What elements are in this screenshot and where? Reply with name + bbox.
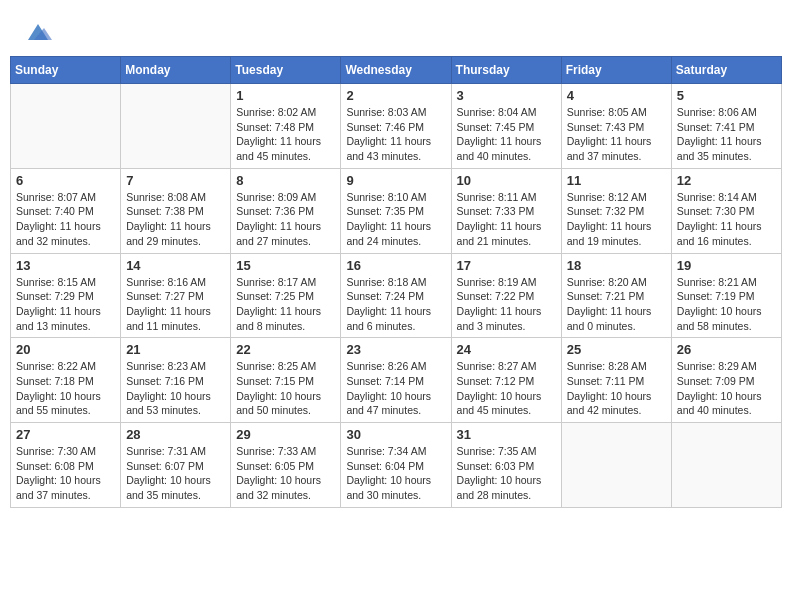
calendar-cell: 23Sunrise: 8:26 AM Sunset: 7:14 PM Dayli… bbox=[341, 338, 451, 423]
day-info: Sunrise: 8:17 AM Sunset: 7:25 PM Dayligh… bbox=[236, 275, 335, 334]
calendar-cell: 17Sunrise: 8:19 AM Sunset: 7:22 PM Dayli… bbox=[451, 253, 561, 338]
calendar-cell: 2Sunrise: 8:03 AM Sunset: 7:46 PM Daylig… bbox=[341, 84, 451, 169]
day-info: Sunrise: 8:25 AM Sunset: 7:15 PM Dayligh… bbox=[236, 359, 335, 418]
day-number: 23 bbox=[346, 342, 445, 357]
day-number: 6 bbox=[16, 173, 115, 188]
day-number: 18 bbox=[567, 258, 666, 273]
calendar-week-1: 1Sunrise: 8:02 AM Sunset: 7:48 PM Daylig… bbox=[11, 84, 782, 169]
calendar-cell: 11Sunrise: 8:12 AM Sunset: 7:32 PM Dayli… bbox=[561, 168, 671, 253]
calendar-header-row: SundayMondayTuesdayWednesdayThursdayFrid… bbox=[11, 57, 782, 84]
day-header-monday: Monday bbox=[121, 57, 231, 84]
day-header-saturday: Saturday bbox=[671, 57, 781, 84]
day-number: 24 bbox=[457, 342, 556, 357]
calendar-cell: 14Sunrise: 8:16 AM Sunset: 7:27 PM Dayli… bbox=[121, 253, 231, 338]
calendar-cell: 13Sunrise: 8:15 AM Sunset: 7:29 PM Dayli… bbox=[11, 253, 121, 338]
calendar-week-4: 20Sunrise: 8:22 AM Sunset: 7:18 PM Dayli… bbox=[11, 338, 782, 423]
day-number: 15 bbox=[236, 258, 335, 273]
day-header-wednesday: Wednesday bbox=[341, 57, 451, 84]
day-info: Sunrise: 8:05 AM Sunset: 7:43 PM Dayligh… bbox=[567, 105, 666, 164]
day-info: Sunrise: 8:03 AM Sunset: 7:46 PM Dayligh… bbox=[346, 105, 445, 164]
calendar-cell: 5Sunrise: 8:06 AM Sunset: 7:41 PM Daylig… bbox=[671, 84, 781, 169]
calendar-week-3: 13Sunrise: 8:15 AM Sunset: 7:29 PM Dayli… bbox=[11, 253, 782, 338]
day-info: Sunrise: 7:33 AM Sunset: 6:05 PM Dayligh… bbox=[236, 444, 335, 503]
day-info: Sunrise: 8:12 AM Sunset: 7:32 PM Dayligh… bbox=[567, 190, 666, 249]
day-number: 12 bbox=[677, 173, 776, 188]
calendar-cell: 10Sunrise: 8:11 AM Sunset: 7:33 PM Dayli… bbox=[451, 168, 561, 253]
calendar-cell: 6Sunrise: 8:07 AM Sunset: 7:40 PM Daylig… bbox=[11, 168, 121, 253]
calendar-cell: 30Sunrise: 7:34 AM Sunset: 6:04 PM Dayli… bbox=[341, 423, 451, 508]
day-info: Sunrise: 7:34 AM Sunset: 6:04 PM Dayligh… bbox=[346, 444, 445, 503]
calendar-cell bbox=[671, 423, 781, 508]
day-info: Sunrise: 7:35 AM Sunset: 6:03 PM Dayligh… bbox=[457, 444, 556, 503]
day-number: 3 bbox=[457, 88, 556, 103]
day-info: Sunrise: 7:31 AM Sunset: 6:07 PM Dayligh… bbox=[126, 444, 225, 503]
day-info: Sunrise: 8:07 AM Sunset: 7:40 PM Dayligh… bbox=[16, 190, 115, 249]
day-number: 10 bbox=[457, 173, 556, 188]
day-info: Sunrise: 8:08 AM Sunset: 7:38 PM Dayligh… bbox=[126, 190, 225, 249]
calendar-cell: 3Sunrise: 8:04 AM Sunset: 7:45 PM Daylig… bbox=[451, 84, 561, 169]
page-header bbox=[10, 10, 782, 50]
calendar-cell: 27Sunrise: 7:30 AM Sunset: 6:08 PM Dayli… bbox=[11, 423, 121, 508]
calendar-cell: 4Sunrise: 8:05 AM Sunset: 7:43 PM Daylig… bbox=[561, 84, 671, 169]
day-info: Sunrise: 8:28 AM Sunset: 7:11 PM Dayligh… bbox=[567, 359, 666, 418]
calendar-cell: 29Sunrise: 7:33 AM Sunset: 6:05 PM Dayli… bbox=[231, 423, 341, 508]
day-info: Sunrise: 8:29 AM Sunset: 7:09 PM Dayligh… bbox=[677, 359, 776, 418]
calendar-cell: 21Sunrise: 8:23 AM Sunset: 7:16 PM Dayli… bbox=[121, 338, 231, 423]
day-header-friday: Friday bbox=[561, 57, 671, 84]
calendar-cell bbox=[121, 84, 231, 169]
day-number: 29 bbox=[236, 427, 335, 442]
day-header-tuesday: Tuesday bbox=[231, 57, 341, 84]
day-info: Sunrise: 8:16 AM Sunset: 7:27 PM Dayligh… bbox=[126, 275, 225, 334]
day-number: 20 bbox=[16, 342, 115, 357]
day-number: 30 bbox=[346, 427, 445, 442]
day-info: Sunrise: 8:15 AM Sunset: 7:29 PM Dayligh… bbox=[16, 275, 115, 334]
day-header-sunday: Sunday bbox=[11, 57, 121, 84]
calendar-cell: 16Sunrise: 8:18 AM Sunset: 7:24 PM Dayli… bbox=[341, 253, 451, 338]
calendar-week-5: 27Sunrise: 7:30 AM Sunset: 6:08 PM Dayli… bbox=[11, 423, 782, 508]
day-number: 11 bbox=[567, 173, 666, 188]
day-info: Sunrise: 8:26 AM Sunset: 7:14 PM Dayligh… bbox=[346, 359, 445, 418]
day-number: 19 bbox=[677, 258, 776, 273]
day-number: 21 bbox=[126, 342, 225, 357]
calendar-cell: 9Sunrise: 8:10 AM Sunset: 7:35 PM Daylig… bbox=[341, 168, 451, 253]
calendar-cell: 15Sunrise: 8:17 AM Sunset: 7:25 PM Dayli… bbox=[231, 253, 341, 338]
day-info: Sunrise: 8:19 AM Sunset: 7:22 PM Dayligh… bbox=[457, 275, 556, 334]
day-number: 14 bbox=[126, 258, 225, 273]
calendar-cell: 31Sunrise: 7:35 AM Sunset: 6:03 PM Dayli… bbox=[451, 423, 561, 508]
calendar-cell: 22Sunrise: 8:25 AM Sunset: 7:15 PM Dayli… bbox=[231, 338, 341, 423]
day-info: Sunrise: 8:11 AM Sunset: 7:33 PM Dayligh… bbox=[457, 190, 556, 249]
day-info: Sunrise: 8:09 AM Sunset: 7:36 PM Dayligh… bbox=[236, 190, 335, 249]
calendar-cell bbox=[11, 84, 121, 169]
day-info: Sunrise: 8:23 AM Sunset: 7:16 PM Dayligh… bbox=[126, 359, 225, 418]
day-number: 27 bbox=[16, 427, 115, 442]
day-number: 22 bbox=[236, 342, 335, 357]
day-info: Sunrise: 8:10 AM Sunset: 7:35 PM Dayligh… bbox=[346, 190, 445, 249]
day-number: 28 bbox=[126, 427, 225, 442]
logo bbox=[20, 18, 52, 46]
calendar-cell: 28Sunrise: 7:31 AM Sunset: 6:07 PM Dayli… bbox=[121, 423, 231, 508]
calendar-cell: 7Sunrise: 8:08 AM Sunset: 7:38 PM Daylig… bbox=[121, 168, 231, 253]
calendar-table: SundayMondayTuesdayWednesdayThursdayFrid… bbox=[10, 56, 782, 508]
day-info: Sunrise: 8:27 AM Sunset: 7:12 PM Dayligh… bbox=[457, 359, 556, 418]
day-number: 13 bbox=[16, 258, 115, 273]
day-number: 26 bbox=[677, 342, 776, 357]
calendar-cell: 18Sunrise: 8:20 AM Sunset: 7:21 PM Dayli… bbox=[561, 253, 671, 338]
calendar-cell: 25Sunrise: 8:28 AM Sunset: 7:11 PM Dayli… bbox=[561, 338, 671, 423]
day-info: Sunrise: 8:22 AM Sunset: 7:18 PM Dayligh… bbox=[16, 359, 115, 418]
day-info: Sunrise: 7:30 AM Sunset: 6:08 PM Dayligh… bbox=[16, 444, 115, 503]
day-info: Sunrise: 8:21 AM Sunset: 7:19 PM Dayligh… bbox=[677, 275, 776, 334]
day-number: 5 bbox=[677, 88, 776, 103]
calendar-cell: 20Sunrise: 8:22 AM Sunset: 7:18 PM Dayli… bbox=[11, 338, 121, 423]
day-number: 2 bbox=[346, 88, 445, 103]
day-info: Sunrise: 8:04 AM Sunset: 7:45 PM Dayligh… bbox=[457, 105, 556, 164]
day-number: 17 bbox=[457, 258, 556, 273]
calendar-cell: 1Sunrise: 8:02 AM Sunset: 7:48 PM Daylig… bbox=[231, 84, 341, 169]
day-number: 9 bbox=[346, 173, 445, 188]
day-number: 4 bbox=[567, 88, 666, 103]
logo-icon bbox=[24, 18, 52, 46]
day-number: 8 bbox=[236, 173, 335, 188]
calendar-cell bbox=[561, 423, 671, 508]
day-number: 7 bbox=[126, 173, 225, 188]
day-info: Sunrise: 8:06 AM Sunset: 7:41 PM Dayligh… bbox=[677, 105, 776, 164]
day-info: Sunrise: 8:20 AM Sunset: 7:21 PM Dayligh… bbox=[567, 275, 666, 334]
